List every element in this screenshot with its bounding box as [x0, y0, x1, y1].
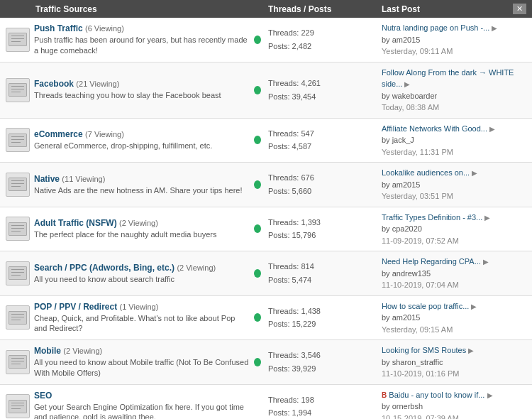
forum-icon [6, 217, 30, 241]
header-traffic-sources: Traffic Sources [33, 4, 253, 14]
forum-row: Facebook (21 Viewing) Threads teaching y… [0, 62, 532, 119]
post-count: Posts: 2,482 [268, 40, 370, 53]
last-post-time: Yesterday, 09:11 AM [382, 45, 526, 58]
forum-row: POP / PPV / Redirect (1 Viewing) Cheap, … [0, 296, 532, 341]
close-button[interactable]: ✕ [513, 4, 526, 14]
forum-desc: All you need to know about Mobile traffi… [34, 357, 250, 378]
baidu-icon: B [382, 391, 387, 399]
last-post-title[interactable]: Lookalike audiences on... [382, 168, 470, 177]
viewing-count: (2 Viewing) [119, 219, 158, 227]
forum-desc: Native Ads are the new hotness in AM. Sh… [34, 185, 250, 195]
post-count: Posts: 39,454 [268, 90, 370, 104]
forum-row: Adult Traffic (NSFW) (2 Viewing) The per… [0, 207, 532, 252]
status-dot [254, 358, 261, 366]
header-last-post: Last Post [382, 4, 420, 14]
last-post-time: 11-10-2019, 07:04 AM [382, 279, 526, 291]
last-post-time: Yesterday, 11:31 PM [382, 146, 526, 158]
forum-title[interactable]: eCommerce (7 Viewing) [34, 129, 250, 139]
forum-icon [6, 394, 30, 418]
last-post-title[interactable]: Looking for SMS Routes [382, 346, 466, 354]
last-post-title[interactable]: Affiliate Networks With Good... [382, 124, 487, 133]
post-count: Posts: 5,660 [268, 185, 370, 198]
forum-row: Search / PPC (Adwords, Bing, etc.) (2 Vi… [0, 251, 532, 296]
post-count: Posts: 5,474 [268, 273, 370, 287]
viewing-count: (7 Viewing) [85, 130, 124, 138]
thread-count: Threads: 1,438 [268, 305, 370, 318]
forum-title[interactable]: Adult Traffic (NSFW) (2 Viewing) [34, 218, 250, 228]
forum-icon [6, 350, 30, 374]
thread-count: Threads: 229 [268, 26, 370, 40]
arrow-icon: ▶ [492, 24, 497, 32]
last-post-time: 11-10-2019, 01:16 PM [382, 368, 526, 380]
status-dot [254, 86, 261, 94]
last-post-by: by andrew135 [382, 268, 526, 280]
forum-title[interactable]: Search / PPC (Adwords, Bing, etc.) (2 Vi… [34, 263, 250, 273]
arrow-icon: ▶ [483, 258, 489, 266]
last-post-by: by am2015 [382, 34, 526, 46]
forum-desc: Get your Search Engine Optimization fix … [34, 402, 250, 419]
forum-desc: Cheap, Quick, and Profitable. What's not… [34, 313, 250, 334]
viewing-count: (6 Viewing) [85, 24, 124, 33]
thread-count: Threads: 198 [268, 393, 370, 407]
post-count: Posts: 15,796 [268, 229, 370, 242]
status-dot [254, 269, 261, 278]
thread-count: Threads: 4,261 [268, 77, 370, 90]
header-threads-posts: Threads / Posts [262, 4, 376, 14]
arrow-icon: ▶ [471, 303, 477, 310]
forum-desc: Push traffic has been around for years, … [34, 35, 250, 55]
status-dot [254, 136, 261, 144]
last-post-by: by sharon_straffic [382, 357, 526, 369]
status-dot [254, 36, 261, 44]
forum-icon [6, 28, 30, 52]
forum-title[interactable]: Mobile (2 Viewing) [34, 346, 250, 356]
forum-desc: The perfect place for the naughty adult … [34, 229, 250, 239]
last-post-time: 11-09-2019, 07:52 AM [382, 235, 526, 247]
arrow-icon: ▶ [468, 347, 474, 354]
forum-row: eCommerce (7 Viewing) General eCommerce,… [0, 119, 532, 163]
forum-title[interactable]: POP / PPV / Redirect (1 Viewing) [34, 302, 250, 312]
last-post-title[interactable]: Nutra landing page on Push -... [382, 23, 489, 32]
forum-desc: Threads teaching you how to slay the Fac… [34, 90, 250, 100]
forum-icon [6, 78, 30, 102]
forum-title[interactable]: SEO [34, 391, 250, 401]
arrow-icon: ▶ [487, 391, 493, 399]
viewing-count: (21 Viewing) [76, 80, 119, 88]
viewing-count: (11 Viewing) [62, 175, 105, 183]
post-count: Posts: 15,229 [268, 317, 370, 331]
forum-row: SEO Get your Search Engine Optimization … [0, 385, 532, 420]
thread-count: Threads: 1,393 [268, 216, 370, 229]
post-count: Posts: 1,994 [268, 406, 370, 419]
forum-title[interactable]: Native (11 Viewing) [34, 174, 250, 184]
forum-row: Push Traffic (6 Viewing) Push traffic ha… [0, 18, 532, 62]
last-post-by: by jack_J [382, 134, 526, 146]
last-post-title[interactable]: Follow Along From the dark → WHITE side.… [382, 68, 514, 89]
status-dot [254, 180, 261, 189]
post-count: Posts: 39,929 [268, 362, 370, 376]
last-post-title[interactable]: How to scale pop traffic... [382, 302, 469, 310]
forum-title[interactable]: Facebook (21 Viewing) [34, 79, 250, 89]
thread-count: Threads: 547 [268, 127, 370, 141]
forum-row: Mobile (2 Viewing) All you need to know … [0, 340, 532, 385]
forum-icon [6, 128, 30, 152]
last-post-title[interactable]: Traffic Types Definition - #3... [382, 213, 482, 222]
forum-title[interactable]: Push Traffic (6 Viewing) [34, 23, 250, 33]
forum-icon [6, 173, 30, 197]
forum-icon [6, 261, 30, 285]
last-post-time: Yesterday, 09:15 AM [382, 324, 526, 336]
last-post-time: Today, 08:38 AM [382, 102, 526, 114]
status-dot [254, 313, 261, 322]
forum-desc: All you need to know about search traffi… [34, 274, 250, 284]
arrow-icon: ▶ [489, 125, 495, 133]
last-post-by: by ornerbsh [382, 401, 526, 413]
status-dot [254, 224, 261, 233]
viewing-count: (2 Viewing) [63, 347, 102, 355]
last-post-title[interactable]: Baidu - any tool to know if... [389, 391, 484, 399]
forum-row: Native (11 Viewing) Native Ads are the n… [0, 163, 532, 207]
last-post-by: by cpa2020 [382, 223, 526, 235]
viewing-count: (1 Viewing) [120, 303, 159, 311]
last-post-by: by am2015 [382, 179, 526, 191]
last-post-title[interactable]: Need Help Regarding CPA... [382, 257, 481, 266]
viewing-count: (2 Viewing) [177, 263, 216, 272]
forum-icon [6, 305, 30, 330]
last-post-time: Yesterday, 03:51 PM [382, 190, 526, 202]
